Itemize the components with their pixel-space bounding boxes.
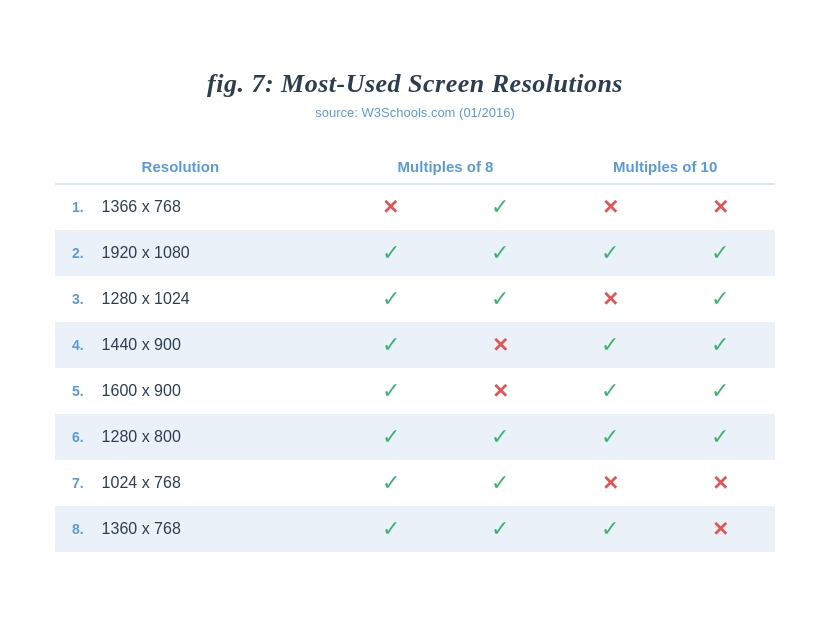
check-icon: ✓ (382, 240, 400, 265)
mult8-second-check: ✕ (446, 322, 556, 368)
resolution-value: 1360 x 768 (92, 506, 336, 552)
mult8-second-check: ✓ (446, 460, 556, 506)
mult10-second-check: ✓ (665, 414, 775, 460)
mult8-first-check: ✓ (336, 322, 446, 368)
cross-icon: ✕ (492, 334, 509, 356)
table-row: 2.1920 x 1080✓✓✓✓ (55, 230, 775, 276)
resolution-value: 1024 x 768 (92, 460, 336, 506)
mult10-second-check: ✓ (665, 368, 775, 414)
empty-header (55, 150, 92, 184)
check-icon: ✓ (491, 240, 509, 265)
row-number: 2. (55, 230, 92, 276)
resolution-value: 1920 x 1080 (92, 230, 336, 276)
mult10-first-check: ✕ (555, 460, 665, 506)
check-icon: ✓ (711, 332, 729, 357)
row-number: 3. (55, 276, 92, 322)
table-row: 7.1024 x 768✓✓✕✕ (55, 460, 775, 506)
mult8-first-check: ✓ (336, 276, 446, 322)
mult10-first-check: ✓ (555, 368, 665, 414)
mult8-first-check: ✓ (336, 460, 446, 506)
resolution-header: Resolution (92, 150, 336, 184)
check-icon: ✓ (601, 516, 619, 541)
cross-icon: ✕ (712, 518, 729, 540)
mult10-first-check: ✕ (555, 276, 665, 322)
check-icon: ✓ (491, 424, 509, 449)
check-icon: ✓ (382, 470, 400, 495)
check-icon: ✓ (382, 378, 400, 403)
page-subtitle: source: W3Schools.com (01/2016) (55, 105, 775, 120)
check-icon: ✓ (711, 424, 729, 449)
mult8-second-check: ✓ (446, 276, 556, 322)
check-icon: ✓ (382, 286, 400, 311)
check-icon: ✓ (601, 240, 619, 265)
resolution-value: 1280 x 1024 (92, 276, 336, 322)
cross-icon: ✕ (712, 196, 729, 218)
check-icon: ✓ (382, 424, 400, 449)
mult8-first-check: ✓ (336, 506, 446, 552)
check-icon: ✓ (711, 378, 729, 403)
cross-icon: ✕ (382, 196, 399, 218)
mult10-first-check: ✓ (555, 414, 665, 460)
resolution-table: Resolution Multiples of 8 Multiples of 1… (55, 150, 775, 552)
mult10-second-check: ✕ (665, 460, 775, 506)
mult10-second-check: ✕ (665, 506, 775, 552)
check-icon: ✓ (601, 332, 619, 357)
mult8-first-check: ✓ (336, 368, 446, 414)
page-title: fig. 7: Most-Used Screen Resolutions (55, 69, 775, 99)
check-icon: ✓ (491, 194, 509, 219)
check-icon: ✓ (601, 424, 619, 449)
row-number: 5. (55, 368, 92, 414)
table-row: 5.1600 x 900✓✕✓✓ (55, 368, 775, 414)
check-icon: ✓ (711, 240, 729, 265)
row-number: 4. (55, 322, 92, 368)
check-icon: ✓ (491, 516, 509, 541)
mult10-first-check: ✓ (555, 506, 665, 552)
cross-icon: ✕ (602, 472, 619, 494)
check-icon: ✓ (491, 286, 509, 311)
resolution-value: 1600 x 900 (92, 368, 336, 414)
main-container: fig. 7: Most-Used Screen Resolutions sou… (25, 49, 805, 572)
resolution-value: 1280 x 800 (92, 414, 336, 460)
table-row: 6.1280 x 800✓✓✓✓ (55, 414, 775, 460)
row-number: 7. (55, 460, 92, 506)
cross-icon: ✕ (712, 472, 729, 494)
table-row: 1.1366 x 768✕✓✕✕ (55, 184, 775, 230)
mult10-first-check: ✓ (555, 322, 665, 368)
mult8-second-check: ✓ (446, 230, 556, 276)
multiples10-header: Multiples of 10 (555, 150, 775, 184)
check-icon: ✓ (711, 286, 729, 311)
resolution-value: 1366 x 768 (92, 184, 336, 230)
cross-icon: ✕ (602, 288, 619, 310)
cross-icon: ✕ (492, 380, 509, 402)
mult8-second-check: ✕ (446, 368, 556, 414)
table-row: 8.1360 x 768✓✓✓✕ (55, 506, 775, 552)
mult10-second-check: ✓ (665, 230, 775, 276)
mult8-first-check: ✕ (336, 184, 446, 230)
check-icon: ✓ (382, 332, 400, 357)
multiples8-header: Multiples of 8 (336, 150, 556, 184)
mult8-second-check: ✓ (446, 184, 556, 230)
row-number: 8. (55, 506, 92, 552)
mult10-second-check: ✕ (665, 184, 775, 230)
mult8-first-check: ✓ (336, 414, 446, 460)
resolution-value: 1440 x 900 (92, 322, 336, 368)
mult8-second-check: ✓ (446, 506, 556, 552)
row-number: 6. (55, 414, 92, 460)
check-icon: ✓ (601, 378, 619, 403)
mult8-second-check: ✓ (446, 414, 556, 460)
mult10-second-check: ✓ (665, 322, 775, 368)
check-icon: ✓ (491, 470, 509, 495)
table-row: 3.1280 x 1024✓✓✕✓ (55, 276, 775, 322)
mult10-first-check: ✕ (555, 184, 665, 230)
table-row: 4.1440 x 900✓✕✓✓ (55, 322, 775, 368)
mult8-first-check: ✓ (336, 230, 446, 276)
check-icon: ✓ (382, 516, 400, 541)
mult10-second-check: ✓ (665, 276, 775, 322)
cross-icon: ✕ (602, 196, 619, 218)
mult10-first-check: ✓ (555, 230, 665, 276)
row-number: 1. (55, 184, 92, 230)
